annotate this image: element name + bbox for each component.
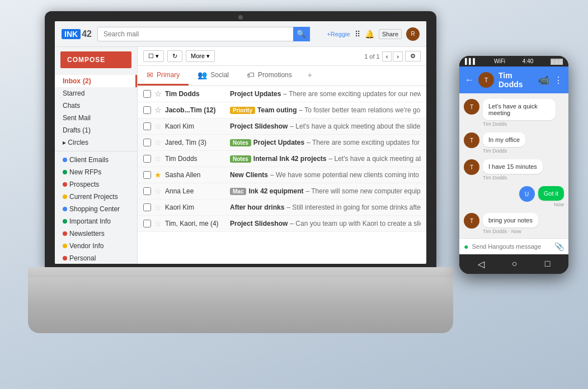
email-star[interactable]: ☆: [154, 187, 162, 196]
email-star[interactable]: ★: [154, 170, 162, 179]
video-call-icon[interactable]: 📹: [538, 75, 549, 86]
email-star[interactable]: ☆: [154, 154, 162, 163]
more-options-icon[interactable]: ⋮: [554, 75, 563, 86]
sidebar-item-prospects[interactable]: Prospects: [55, 178, 137, 191]
header-right: +Reggie ⠿ 🔔 Share R: [327, 27, 420, 41]
email-star[interactable]: ☆: [154, 138, 162, 147]
email-row[interactable]: ☆ Jacob...Tim (12) Priority Team outing …: [138, 102, 426, 118]
email-content: Mac Ink 42 equipment – There will some n…: [230, 187, 421, 195]
sidebar-item-client-emails[interactable]: Client Emails: [55, 154, 137, 166]
label-dot-yellow: [63, 194, 67, 199]
email-subject: Project Slideshow: [230, 220, 288, 227]
tab-primary[interactable]: ✉ Primary: [138, 66, 189, 86]
sidebar-item-newsletters[interactable]: Newsletters: [55, 227, 137, 240]
email-row[interactable]: ☆ Anna Lee Mac Ink 42 equipment – There …: [138, 183, 426, 200]
email-content: Project Slideshow – Let's have a quick m…: [230, 122, 421, 130]
sidebar-item-personal[interactable]: Personal: [55, 252, 137, 264]
email-checkbox[interactable]: [143, 106, 151, 114]
email-row[interactable]: ☆ Tim Dodds Notes Internal Ink 42 projec…: [138, 151, 426, 167]
sidebar-item-drafts[interactable]: Drafts (1): [55, 124, 137, 136]
email-checkbox[interactable]: [143, 139, 151, 146]
back-nav-icon[interactable]: ◁: [478, 259, 484, 269]
msg-sender: Tim Dodds: [483, 175, 543, 181]
sidebar-item-current-projects[interactable]: Current Projects: [55, 191, 137, 203]
email-sender: Jacob...Tim (12): [165, 106, 227, 114]
settings-button[interactable]: ⚙: [405, 51, 421, 61]
email-star[interactable]: ☆: [154, 106, 162, 115]
email-row[interactable]: ☆ Tim, Kaori, me (4) Project Slideshow –…: [138, 216, 426, 232]
contact-name: Tim Dodds: [498, 71, 534, 89]
email-star[interactable]: ☆: [154, 203, 162, 212]
sidebar-item-new-rfps[interactable]: New RFPs: [55, 166, 137, 178]
recents-nav-icon[interactable]: □: [545, 259, 551, 269]
email-star[interactable]: ☆: [154, 89, 162, 98]
email-checkbox[interactable]: [143, 90, 151, 98]
laptop-screen-outer: INK 42 🔍 +Reggie ⠿ 🔔 Share R: [45, 11, 436, 268]
sidebar-item-chats[interactable]: Chats: [55, 99, 137, 112]
message-input[interactable]: [472, 243, 551, 250]
sidebar-item-shopping-center[interactable]: Shopping Center: [55, 203, 137, 215]
email-row[interactable]: ☆ Kaori Kim Project Slideshow – Let's ha…: [138, 118, 426, 135]
label-dot-green2: [63, 219, 67, 224]
attachment-icon[interactable]: 📎: [554, 242, 564, 251]
sidebar-item-inbox[interactable]: Inbox (2): [55, 75, 137, 87]
next-page-button[interactable]: ›: [393, 51, 403, 61]
email-list: ☆ Tim Dodds Project Updates – There are …: [138, 86, 426, 264]
msg-avatar-sent: U: [519, 186, 535, 202]
tab-promotions[interactable]: 🏷 Promotions: [238, 66, 301, 86]
reggie-link[interactable]: +Reggie: [327, 31, 350, 37]
email-sender: Jared, Tim (3): [165, 139, 227, 146]
email-checkbox[interactable]: [143, 171, 151, 179]
apps-icon[interactable]: ⠿: [355, 30, 360, 39]
message-row-4-sent: Got it Now U: [464, 186, 564, 207]
home-nav-icon[interactable]: ○: [512, 259, 518, 269]
tab-social[interactable]: 👥 Social: [189, 66, 238, 86]
email-checkbox[interactable]: [143, 187, 151, 195]
hangouts-icon: ●: [464, 242, 468, 251]
status-wifi: WiFi: [494, 58, 505, 64]
email-row[interactable]: ☆ Jared, Tim (3) Notes Project Updates –…: [138, 135, 426, 151]
msg-bubble: Let's have a quick meeting Tim Dodds: [483, 99, 556, 127]
inbox-count: (2): [83, 77, 91, 85]
compose-button[interactable]: COMPOSE: [60, 51, 131, 68]
social-tab-label: Social: [210, 71, 229, 79]
prev-page-button[interactable]: ‹: [382, 51, 392, 61]
search-input[interactable]: [97, 27, 310, 41]
social-tab-icon: 👥: [197, 70, 207, 79]
sidebar-item-important-info[interactable]: Important Info: [55, 215, 137, 227]
user-avatar[interactable]: R: [406, 27, 420, 41]
label-dot-blue2: [63, 207, 67, 211]
email-subject: Project Updates: [230, 90, 281, 98]
email-checkbox[interactable]: [143, 203, 151, 211]
phone-device: ▌▌▌ WiFi 4:40 ▓▓▓ ← T Tim Dodds 📹 ⋮ T Le…: [459, 56, 568, 274]
email-sender: Tim Dodds: [165, 90, 227, 98]
msg-text: In my office: [483, 132, 525, 147]
status-battery: ▓▓▓: [551, 58, 563, 64]
msg-bubble: Got it Now: [538, 186, 564, 207]
email-row[interactable]: ☆ Tim Dodds Project Updates – There are …: [138, 86, 426, 102]
sidebar-item-vendor-info[interactable]: Vendor Info: [55, 240, 137, 252]
back-icon[interactable]: ←: [465, 75, 474, 85]
sidebar-item-starred[interactable]: Starred: [55, 87, 137, 99]
search-button[interactable]: 🔍: [293, 27, 310, 41]
share-button[interactable]: Share: [379, 29, 402, 39]
sidebar-divider: [55, 151, 137, 151]
email-subject: New Clients: [230, 171, 268, 179]
email-subject: Team outing: [257, 106, 297, 114]
sidebar-item-sent[interactable]: Sent Mail: [55, 112, 137, 124]
status-signal: ▌▌▌: [465, 58, 477, 64]
email-checkbox[interactable]: [143, 155, 151, 163]
email-checkbox[interactable]: [143, 122, 151, 130]
search-container: 🔍: [97, 27, 310, 41]
select-button[interactable]: ☐ ▾: [143, 50, 164, 62]
sidebar-item-circles[interactable]: ▸ Circles: [55, 136, 137, 149]
email-checkbox[interactable]: [143, 220, 151, 227]
email-star[interactable]: ☆: [154, 219, 162, 228]
more-button[interactable]: More ▾: [186, 50, 215, 62]
email-star[interactable]: ☆: [154, 122, 162, 131]
email-row[interactable]: ☆ Kaori Kim After hour drinks – Still in…: [138, 200, 426, 216]
notifications-icon[interactable]: 🔔: [365, 30, 374, 39]
refresh-button[interactable]: ↻: [167, 50, 182, 62]
email-row[interactable]: ★ Sasha Allen New Clients – We have some…: [138, 167, 426, 183]
add-tab-button[interactable]: +: [301, 66, 319, 86]
